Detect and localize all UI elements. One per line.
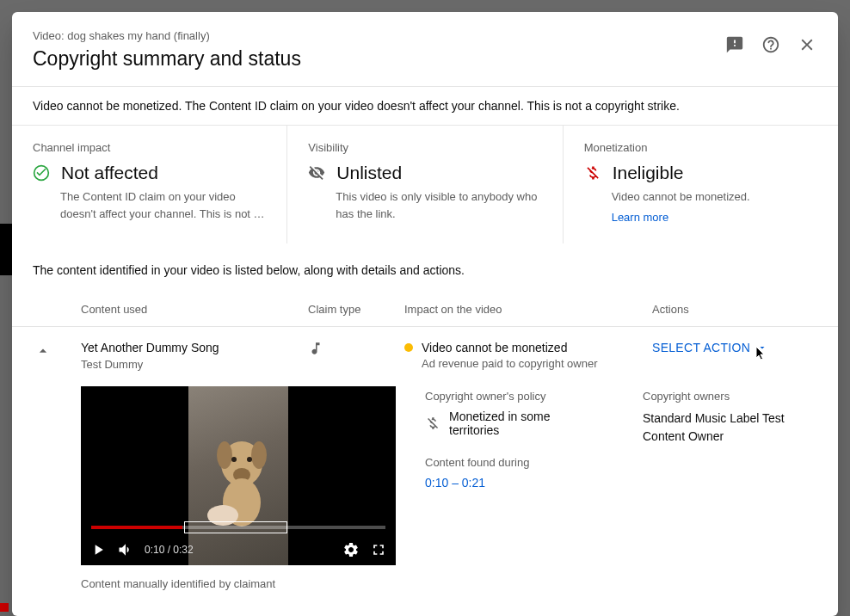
video-label: Video: dog shakes my hand (finally) bbox=[33, 29, 724, 42]
svg-point-3 bbox=[251, 441, 267, 469]
notice-text: Video cannot be monetized. The Content I… bbox=[12, 86, 838, 126]
svg-point-5 bbox=[231, 457, 237, 462]
video-player[interactable]: 0:10 / 0:32 bbox=[81, 386, 396, 565]
claim-detail: 0:10 / 0:32 Content manually identified … bbox=[12, 371, 838, 601]
warning-dot-icon bbox=[404, 343, 413, 352]
settings-icon[interactable] bbox=[342, 541, 360, 558]
intro-text: The content identified in your video is … bbox=[12, 244, 838, 293]
monetization-off-icon bbox=[425, 416, 440, 431]
page-title: Copyright summary and status bbox=[33, 47, 724, 71]
svg-point-2 bbox=[217, 441, 232, 469]
visibility-off-icon bbox=[308, 164, 325, 182]
learn-more-link[interactable]: Learn more bbox=[612, 211, 668, 224]
channel-impact-card: Channel impact Not affected The Content … bbox=[12, 126, 287, 243]
volume-icon[interactable] bbox=[117, 541, 134, 558]
player-time: 0:10 / 0:32 bbox=[145, 544, 194, 556]
select-action-button[interactable]: SELECT ACTION bbox=[652, 341, 817, 354]
music-note-icon bbox=[308, 341, 404, 356]
impact-sub: Ad revenue paid to copyright owner bbox=[422, 357, 652, 370]
cursor-icon bbox=[755, 346, 766, 361]
content-title: Yet Another Dummy Song bbox=[81, 341, 308, 354]
claim-segment-marker[interactable] bbox=[184, 521, 287, 533]
policy-value: Monetized in some territories bbox=[449, 410, 600, 437]
found-timestamp[interactable]: 0:10 – 0:21 bbox=[425, 476, 600, 490]
content-artist: Test Dummy bbox=[81, 358, 308, 371]
visibility-card: Visibility Unlisted This video is only v… bbox=[287, 126, 563, 243]
collapse-icon[interactable] bbox=[33, 341, 53, 361]
svg-point-6 bbox=[247, 457, 252, 462]
monetization-off-icon bbox=[584, 164, 601, 182]
close-icon[interactable] bbox=[797, 34, 817, 55]
copyright-dialog: Video: dog shakes my hand (finally) Copy… bbox=[12, 12, 838, 616]
fullscreen-icon[interactable] bbox=[370, 541, 387, 558]
impact-text: Video cannot be monetized bbox=[422, 341, 567, 354]
identification-note: Content manually identified by claimant bbox=[81, 577, 396, 590]
feedback-icon[interactable] bbox=[724, 34, 745, 55]
monetization-card: Monetization Ineligible Video cannot be … bbox=[564, 126, 838, 243]
copyright-owners: Standard Music Label Test Content Owner bbox=[643, 410, 817, 446]
help-icon[interactable] bbox=[761, 34, 781, 55]
play-icon[interactable] bbox=[89, 541, 107, 558]
check-circle-icon bbox=[33, 164, 50, 182]
table-header: Content used Claim type Impact on the vi… bbox=[12, 293, 838, 327]
claim-row: Yet Another Dummy Song Test Dummy Video … bbox=[12, 327, 838, 371]
video-thumbnail bbox=[206, 434, 279, 528]
